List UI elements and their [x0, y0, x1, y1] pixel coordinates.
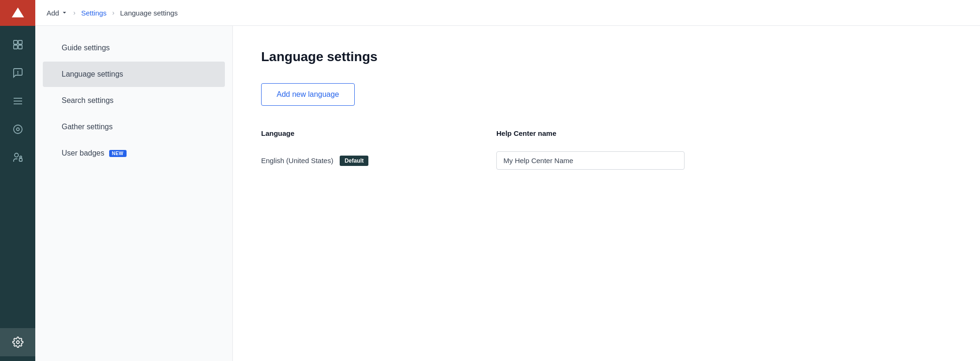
new-badge: NEW — [109, 150, 127, 157]
svg-rect-1 — [14, 40, 17, 44]
help-center-name-input[interactable] — [496, 151, 685, 170]
language-name: English (United States) — [261, 157, 333, 165]
svg-rect-13 — [19, 158, 22, 161]
breadcrumb-sep-2: › — [112, 9, 115, 16]
svg-rect-2 — [18, 40, 22, 44]
svg-point-15 — [20, 156, 22, 158]
breadcrumb-sep-1: › — [73, 9, 76, 16]
nav-explore[interactable] — [0, 115, 35, 143]
add-label: Add — [47, 9, 59, 17]
svg-point-16 — [16, 341, 19, 344]
top-bar: Add › Settings › Language settings — [35, 0, 980, 26]
nav-manage[interactable] — [0, 87, 35, 115]
main-content: Language settings Add new language Langu… — [233, 26, 980, 361]
breadcrumb-current: Language settings — [120, 9, 178, 17]
table-row: English (United States) Default — [261, 151, 952, 170]
settings-sidebar: Guide settings Language settings Search … — [35, 26, 233, 361]
sidebar-item-guide-settings[interactable]: Guide settings — [43, 35, 225, 61]
sidebar-item-gather-settings[interactable]: Gather settings — [43, 114, 225, 140]
page-title: Language settings — [261, 49, 952, 64]
nav-support[interactable] — [0, 59, 35, 87]
svg-rect-3 — [14, 45, 17, 49]
nav-users[interactable] — [0, 143, 35, 172]
left-navigation — [0, 0, 35, 361]
nav-settings[interactable] — [0, 328, 35, 356]
default-badge: Default — [340, 156, 368, 166]
svg-marker-0 — [12, 8, 24, 17]
language-cell: English (United States) Default — [261, 156, 496, 166]
sidebar-item-language-settings[interactable]: Language settings — [43, 62, 225, 87]
chevron-down-icon — [61, 9, 68, 16]
column-language-header: Language — [261, 129, 496, 137]
main-area: Add › Settings › Language settings Guide… — [35, 0, 980, 361]
content-area: Guide settings Language settings Search … — [35, 26, 980, 361]
app-logo[interactable] — [0, 0, 35, 26]
breadcrumb-settings[interactable]: Settings — [81, 9, 106, 17]
sidebar-item-search-settings[interactable]: Search settings — [43, 88, 225, 113]
column-help-center-header: Help Center name — [496, 129, 557, 137]
svg-point-12 — [15, 153, 18, 157]
svg-point-10 — [14, 125, 22, 133]
table-header: Language Help Center name — [261, 129, 952, 142]
nav-guide[interactable] — [0, 31, 35, 59]
svg-rect-4 — [18, 45, 22, 49]
add-dropdown[interactable]: Add — [47, 9, 68, 17]
sidebar-item-user-badges[interactable]: User badges NEW — [43, 141, 225, 166]
nav-icons-list — [0, 26, 35, 361]
svg-point-11 — [16, 128, 19, 131]
add-language-button[interactable]: Add new language — [261, 83, 355, 106]
